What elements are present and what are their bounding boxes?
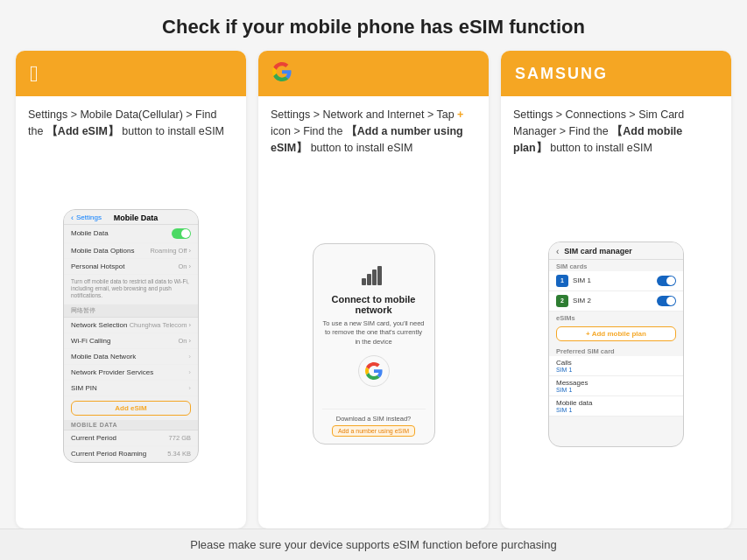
- apple-card-desc: Settings > Mobile Data(Cellular) > Find …: [16, 96, 246, 147]
- samsung-topbar: ‹ SIM card manager: [549, 242, 683, 260]
- messages-preferred-item: Messages SIM 1: [549, 376, 683, 396]
- mobile-data-section-title: MOBILE DATA: [64, 420, 198, 430]
- current-period-roaming-item: Current Period Roaming 5.34 KB: [64, 446, 198, 462]
- samsung-page-title: SIM card manager: [564, 247, 632, 256]
- svg-rect-2: [372, 270, 377, 285]
- google-logo-circle: [358, 355, 390, 387]
- mobile-data-preferred-label: Mobile data: [556, 399, 676, 407]
- google-icon: [272, 62, 292, 85]
- svg-rect-1: [367, 274, 371, 285]
- info-text: Turn off mobile data to restrict all dat…: [71, 278, 191, 300]
- sim1-item: 1 SIM 1: [549, 271, 683, 291]
- info-text-item: Turn off mobile data to restrict all dat…: [64, 275, 198, 304]
- sim2-label: SIM 2: [573, 297, 591, 304]
- samsung-brand-text: SAMSUNG: [515, 65, 608, 83]
- current-period-value: 772 GB: [169, 434, 191, 442]
- mobile-data-toggle[interactable]: [172, 228, 191, 239]
- mobile-data-preferred-item: Mobile data SIM 1: [549, 396, 683, 416]
- add-esim-button[interactable]: Add eSIM: [71, 401, 191, 416]
- back-arrow-icon: ‹: [71, 214, 74, 222]
- mobile-data-item: Mobile Data: [64, 225, 198, 243]
- sim2-icon: 2: [556, 295, 568, 307]
- mobile-data-options-label: Mobile Data Options: [71, 247, 134, 255]
- sim1-toggle[interactable]: [657, 276, 676, 286]
- connect-desc: To use a new SIM card, you'll need to re…: [322, 319, 426, 347]
- add-mobile-plan-button[interactable]: + Add mobile plan: [556, 326, 676, 341]
- apple-card-header: : [16, 51, 246, 96]
- apple-icon: : [30, 60, 39, 88]
- apple-phone-mockup: ‹ Settings Mobile Data Mobile Data Mobil…: [63, 209, 199, 463]
- back-label: Settings: [76, 214, 102, 221]
- sim-pin-item: SIM PIN ›: [64, 381, 198, 396]
- samsung-card-header: SAMSUNG: [501, 51, 731, 96]
- download-sim-text: Download a SIM instead?: [336, 415, 411, 423]
- preferred-sim-section-header: Preferred SIM card: [549, 345, 683, 356]
- samsung-screen-area: ‹ SIM card manager SIM cards 1 SIM 1 2 S…: [501, 163, 731, 528]
- sim-cards-section-header: SIM cards: [549, 260, 683, 271]
- google-card-header: [258, 51, 489, 96]
- current-period-label: Current Period: [71, 434, 116, 442]
- google-card: Settings > Network and Internet > Tap + …: [258, 51, 489, 528]
- google-download-area: Download a SIM instead? Add a number usi…: [322, 409, 426, 437]
- apple-topbar: ‹ Settings Mobile Data: [64, 210, 198, 225]
- mobile-data-preferred-sublabel: SIM 1: [556, 407, 676, 413]
- samsung-card: SAMSUNG Settings > Connections > Sim Car…: [501, 51, 731, 528]
- sim1-label: SIM 1: [573, 276, 591, 284]
- sim1-icon: 1: [556, 275, 568, 287]
- cards-container:  Settings > Mobile Data(Cellular) > Fin…: [0, 51, 747, 528]
- wifi-calling-label: Wi-Fi Calling: [71, 337, 110, 345]
- network-provider-label: Network Provider Services: [71, 368, 153, 376]
- current-period-item: Current Period 772 GB: [64, 430, 198, 446]
- messages-label: Messages: [556, 379, 676, 387]
- svg-rect-0: [362, 278, 366, 285]
- mobile-data-options-item: Mobile Data Options Roaming Off ›: [64, 243, 198, 259]
- calls-label: Calls: [556, 359, 676, 367]
- mobile-data-options-value: Roaming Off ›: [150, 247, 191, 255]
- calls-preferred-item: Calls SIM 1: [549, 356, 683, 376]
- samsung-card-desc: Settings > Connections > Sim Card Manage…: [501, 96, 731, 163]
- sim-pin-label: SIM PIN: [71, 384, 97, 392]
- apple-screen-area: ‹ Settings Mobile Data Mobile Data Mobil…: [16, 147, 246, 529]
- mobile-data-network-item: Mobile Data Network ›: [64, 349, 198, 365]
- sim-pin-arrow: ›: [188, 384, 191, 392]
- page-title: Check if your mobile phone has eSIM func…: [162, 0, 585, 51]
- sim2-row: 2 SIM 2: [556, 295, 591, 307]
- google-phone-mockup: Connect to mobile network To use a new S…: [313, 243, 435, 444]
- add-number-using-esim-button[interactable]: Add a number using eSIM: [332, 425, 415, 437]
- connect-title: Connect to mobile network: [322, 294, 426, 315]
- personal-hotspot-item: Personal Hotspot On ›: [64, 259, 198, 275]
- signal-bars-icon: [362, 264, 386, 290]
- messages-sublabel: SIM 1: [556, 387, 676, 393]
- network-selection-item: Network Selection Chunghwa Telecom ›: [64, 318, 198, 333]
- personal-hotspot-label: Personal Hotspot: [71, 262, 124, 270]
- apple-page-title: Mobile Data: [114, 214, 159, 222]
- google-screen-area: Connect to mobile network To use a new S…: [258, 163, 489, 528]
- sim2-toggle[interactable]: [657, 296, 676, 306]
- network-selection-value: Chunghwa Telecom ›: [130, 321, 191, 329]
- wifi-calling-item: Wi-Fi Calling On ›: [64, 333, 198, 349]
- apple-card:  Settings > Mobile Data(Cellular) > Fin…: [16, 51, 246, 528]
- network-section-header: 网络暂停: [64, 304, 198, 318]
- wifi-calling-value: On ›: [178, 337, 191, 345]
- current-period-roaming-value: 5.34 KB: [167, 450, 191, 458]
- network-selection-label: Network Selection: [71, 321, 127, 329]
- google-card-desc: Settings > Network and Internet > Tap + …: [258, 96, 489, 163]
- mobile-data-network-arrow: ›: [188, 353, 191, 360]
- personal-hotspot-value: On ›: [178, 262, 191, 270]
- footer-bar: Please make sure your device supports eS…: [0, 528, 747, 560]
- svg-rect-3: [377, 266, 382, 285]
- current-period-roaming-label: Current Period Roaming: [71, 450, 146, 458]
- footer-text: Please make sure your device supports eS…: [190, 538, 556, 551]
- mobile-data-network-label: Mobile Data Network: [71, 353, 136, 360]
- sim1-row: 1 SIM 1: [556, 275, 591, 287]
- network-provider-item: Network Provider Services ›: [64, 365, 198, 381]
- samsung-phone-mockup: ‹ SIM card manager SIM cards 1 SIM 1 2 S…: [548, 242, 684, 447]
- mobile-data-label: Mobile Data: [71, 229, 109, 237]
- sim2-item: 2 SIM 2: [549, 291, 683, 312]
- samsung-back-arrow-icon: ‹: [556, 247, 559, 256]
- esims-section-header: eSIMs: [549, 312, 683, 323]
- network-provider-arrow: ›: [188, 368, 191, 376]
- calls-sublabel: SIM 1: [556, 367, 676, 373]
